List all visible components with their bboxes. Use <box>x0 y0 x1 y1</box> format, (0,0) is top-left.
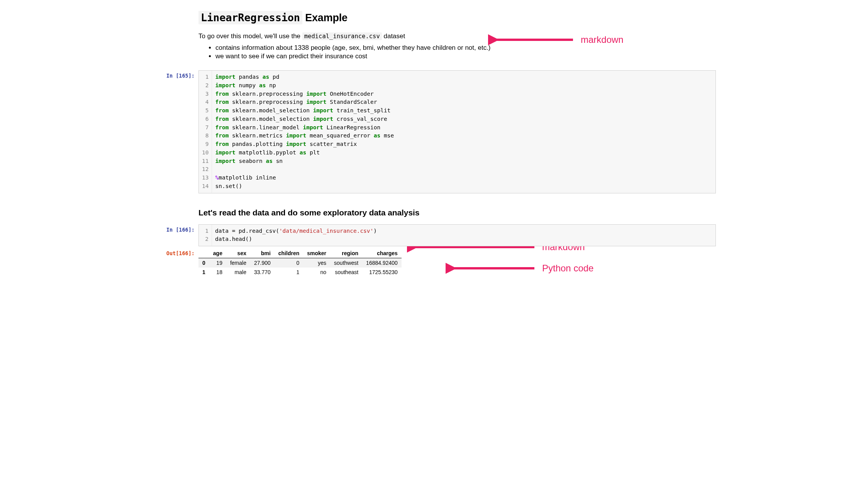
code-editor[interactable]: 12 data = pd.read_csv('data/medical_insu… <box>198 224 716 247</box>
column-header: sex <box>226 249 250 258</box>
column-header: bmi <box>250 249 275 258</box>
row-index: 1 <box>198 268 209 277</box>
table-cell: 27.900 <box>250 258 275 268</box>
table-row: 118male33.7701nosoutheast1725.55230 <box>198 268 402 277</box>
markdown-body: Let's read the data and do some explorat… <box>198 195 716 223</box>
table-cell: 19 <box>209 258 226 268</box>
intro-suffix: dataset <box>382 32 405 40</box>
code-lines[interactable]: import pandas as pdimport numpy as npfro… <box>212 71 715 193</box>
input-prompt: In [165]: <box>152 70 198 193</box>
code-editor[interactable]: 1234567891011121314 import pandas as pdi… <box>198 70 716 193</box>
table-cell: no <box>303 268 330 277</box>
row-index: 0 <box>198 258 209 268</box>
table-cell: yes <box>303 258 330 268</box>
table-cell: 0 <box>275 258 303 268</box>
output-cell-166: Out[166]: agesexbmichildrensmokerregionc… <box>152 248 716 277</box>
notebook: markdown LinearRegression Example To go … <box>152 8 716 277</box>
output-body: agesexbmichildrensmokerregioncharges019f… <box>198 248 716 277</box>
table-cell: southeast <box>330 268 362 277</box>
table-cell: 1725.55230 <box>362 268 402 277</box>
list-item: we want to see if we can predict their i… <box>215 53 716 60</box>
dataframe-table: agesexbmichildrensmokerregioncharges019f… <box>198 249 402 277</box>
table-cell: male <box>226 268 250 277</box>
markdown-cell-2: Let's read the data and do some explorat… <box>152 195 716 223</box>
intro-paragraph: To go over this model, we'll use the med… <box>198 32 716 40</box>
table-row: 019female27.9000yessouthwest16884.92400 <box>198 258 402 268</box>
column-header: charges <box>362 249 402 258</box>
title-code: LinearRegression <box>198 11 302 24</box>
code-body: 1234567891011121314 import pandas as pdi… <box>198 70 716 193</box>
page-title: LinearRegression Example <box>198 12 716 24</box>
intro-prefix: To go over this model, we'll use the <box>198 32 302 40</box>
prompt-empty <box>152 8 198 67</box>
code-lines[interactable]: data = pd.read_csv('data/medical_insuran… <box>212 225 715 246</box>
table-cell: 18 <box>209 268 226 277</box>
input-prompt: In [166]: <box>152 224 198 247</box>
table-cell: 1 <box>275 268 303 277</box>
column-header: smoker <box>303 249 330 258</box>
line-gutter: 12 <box>199 225 212 246</box>
markdown-cell-1: LinearRegression Example To go over this… <box>152 8 716 67</box>
column-header: region <box>330 249 362 258</box>
subheading: Let's read the data and do some explorat… <box>198 208 716 217</box>
code-cell-166[interactable]: In [166]: 12 data = pd.read_csv('data/me… <box>152 224 716 247</box>
table-cell: female <box>226 258 250 268</box>
line-gutter: 1234567891011121314 <box>199 71 212 193</box>
prompt-empty <box>152 195 198 223</box>
code-cell-165[interactable]: In [165]: 1234567891011121314 import pan… <box>152 70 716 193</box>
markdown-body: LinearRegression Example To go over this… <box>198 8 716 67</box>
table-cell: southwest <box>330 258 362 268</box>
table-cell: 33.770 <box>250 268 275 277</box>
column-header: children <box>275 249 303 258</box>
table-cell: 16884.92400 <box>362 258 402 268</box>
column-header: age <box>209 249 226 258</box>
output-prompt: Out[166]: <box>152 248 198 277</box>
code-body: 12 data = pd.read_csv('data/medical_insu… <box>198 224 716 247</box>
list-item: contains information about 1338 people (… <box>215 44 716 52</box>
title-rest: Example <box>302 12 348 24</box>
intro-code: medical_insurance.csv <box>302 32 382 40</box>
intro-bullets: contains information about 1338 people (… <box>198 44 716 60</box>
